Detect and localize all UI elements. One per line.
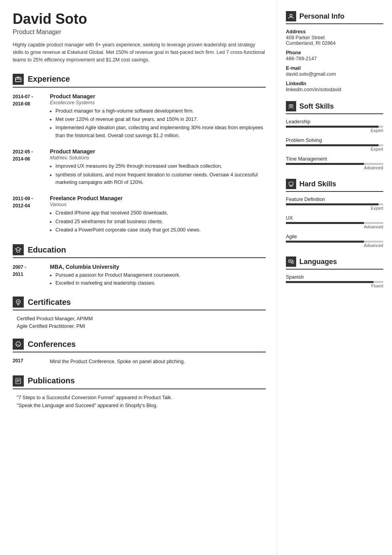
soft-skills-title: Soft Skills	[299, 102, 334, 111]
phone-value: 486-789-2147	[286, 56, 383, 61]
hard-skills-section: Hard Skills Feature Definition Expert UX…	[286, 179, 383, 248]
hard-skills-header: Hard Skills	[286, 179, 383, 192]
hard-skill-2: Agile Advanced	[286, 234, 383, 248]
exp-dates-1: 2012-05 -2014-06	[13, 148, 44, 187]
address-value: 409 Parker StreetCumberland, RI 02864	[286, 35, 383, 46]
skill-level-0: Expert	[286, 128, 383, 133]
bullet: Pursued a passion for Product Management…	[55, 272, 180, 279]
language-bar-bg-0	[286, 281, 383, 283]
hard-skill-bar-fill-0	[286, 203, 379, 205]
edu-degree-0: MBA, Columbia University	[50, 264, 180, 270]
hard-skill-level-2: Advanced	[286, 243, 383, 248]
exp-title-2: Freelance Product Manager	[50, 195, 266, 201]
svg-point-4	[16, 300, 20, 304]
soft-skills-list: Leadership Expert Problem Solving Expert…	[286, 119, 383, 170]
exp-company-1: Mathieu Solutions	[50, 155, 266, 161]
linkedin-block: LinkedIn linkedin.com/in/sotodavid	[286, 81, 383, 92]
skill-level-2: Advanced	[286, 165, 383, 170]
header-section: David Soto Product Manager Highly capabl…	[13, 11, 266, 64]
conf-year-0: 2017	[13, 358, 44, 366]
exp-bullets-0: Product manager for a high-volume softwa…	[50, 107, 266, 140]
bullet: Product manager for a high-volume softwa…	[55, 107, 266, 115]
soft-skills-header: Soft Skills	[286, 101, 383, 114]
cert-item-1: Agile Certified Practitioner, PMI	[13, 323, 266, 329]
hard-skill-name-0: Feature Definition	[286, 197, 383, 202]
linkedin-value: linkedin.com/in/sotodavid	[286, 87, 383, 92]
hard-skills-icon	[286, 179, 296, 189]
bullet: Improved UX measures by 25% through incr…	[55, 163, 266, 170]
experience-entry-1: 2012-05 -2014-06 Product Manager Mathieu…	[13, 148, 266, 187]
exp-company-0: Excelecore Systems	[50, 100, 266, 105]
skill-bar-bg-2	[286, 163, 383, 165]
address-label: Address	[286, 29, 383, 34]
education-icon	[13, 244, 24, 255]
conf-desc-0: Mind the Product Conference. Spoke on pa…	[50, 358, 185, 366]
languages-title: Languages	[299, 258, 337, 266]
bullet: Created a PowerPoint corporate case stud…	[55, 226, 266, 234]
bullet: Excelled in marketing and leadership cla…	[55, 279, 180, 287]
hard-skill-name-1: UX	[286, 215, 383, 221]
hard-skill-level-1: Advanced	[286, 224, 383, 229]
language-name-0: Spanish	[286, 274, 383, 280]
skill-name-1: Problem Solving	[286, 138, 383, 143]
linkedin-label: LinkedIn	[286, 81, 383, 86]
hard-skill-level-0: Expert	[286, 206, 383, 211]
skill-bar-fill-2	[286, 163, 364, 165]
email-value: david.soto@gmail.com	[286, 71, 383, 77]
address-block: Address 409 Parker StreetCumberland, RI …	[286, 29, 383, 46]
personal-info-title: Personal Info	[299, 12, 344, 21]
hard-skill-bar-bg-2	[286, 241, 383, 243]
candidate-summary: Highly capable product manager with 6+ y…	[13, 41, 266, 64]
pub-item-1: "Speak the Language and Succeed" appeare…	[13, 403, 266, 408]
languages-icon	[286, 256, 296, 267]
skill-name-2: Time Management	[286, 156, 383, 162]
conferences-section: Conferences 2017 Mind the Product Confer…	[13, 339, 266, 366]
conferences-list: 2017 Mind the Product Conference. Spoke …	[13, 358, 266, 366]
certificates-title: Certificates	[28, 298, 71, 307]
svg-point-13	[290, 14, 292, 17]
language-bar-fill-0	[286, 281, 373, 283]
svg-point-14	[289, 105, 291, 107]
pub-item-0: "7 Steps to a Successful Conversion Funn…	[13, 395, 266, 400]
education-list: 2007 -2011 MBA, Columbia University Purs…	[13, 264, 266, 287]
conferences-title: Conferences	[28, 340, 76, 349]
soft-skills-section: Soft Skills Leadership Expert Problem So…	[286, 101, 383, 170]
svg-rect-20	[289, 260, 292, 262]
hard-skills-list: Feature Definition Expert UX Advanced Ag…	[286, 197, 383, 248]
candidate-title: Product Manager	[13, 29, 266, 36]
hard-skill-bar-fill-2	[286, 241, 364, 243]
soft-skill-0: Leadership Expert	[286, 119, 383, 133]
soft-skills-icon	[286, 101, 296, 111]
hard-skill-bar-fill-1	[286, 222, 364, 224]
publications-icon	[13, 375, 24, 387]
skill-bar-fill-1	[286, 144, 379, 146]
cert-item-0: Certified Product Manager, APIMM	[13, 316, 266, 322]
edu-content-0: MBA, Columbia University Pursued a passi…	[50, 264, 180, 287]
skill-bar-fill-0	[286, 126, 379, 128]
education-entry-0: 2007 -2011 MBA, Columbia University Purs…	[13, 264, 266, 287]
languages-list: Spanish Fluent	[286, 274, 383, 288]
resume-page: David Soto Product Manager Highly capabl…	[0, 0, 392, 555]
exp-content-2: Freelance Product Manager Various Create…	[50, 195, 266, 235]
left-column: David Soto Product Manager Highly capabl…	[0, 0, 277, 555]
personal-info-section: Personal Info Address 409 Parker StreetC…	[286, 11, 383, 92]
personal-info-content: Address 409 Parker StreetCumberland, RI …	[286, 29, 383, 92]
exp-title-0: Product Manager	[50, 93, 266, 100]
personal-info-icon	[286, 11, 296, 21]
education-title: Education	[28, 245, 66, 255]
personal-info-header: Personal Info	[286, 11, 383, 24]
hard-skills-title: Hard Skills	[299, 180, 336, 188]
bullet: synthesis of solutions, and more frequen…	[55, 171, 266, 187]
soft-skill-2: Time Management Advanced	[286, 156, 383, 170]
hard-skill-bar-bg-0	[286, 203, 383, 205]
svg-point-8	[16, 342, 21, 346]
bullet: Implemented Agile ideation plan, collect…	[55, 124, 266, 140]
svg-point-15	[291, 105, 293, 107]
experience-section-header: Experience	[13, 74, 266, 88]
edu-bullets-0: Pursued a passion for Product Management…	[50, 272, 180, 287]
certificates-section-header: Certificates	[13, 297, 266, 310]
certificates-list: Certified Product Manager, APIMM Agile C…	[13, 316, 266, 329]
email-block: E-mail david.soto@gmail.com	[286, 65, 383, 77]
hard-skill-1: UX Advanced	[286, 215, 383, 229]
publications-title: Publications	[28, 376, 75, 385]
